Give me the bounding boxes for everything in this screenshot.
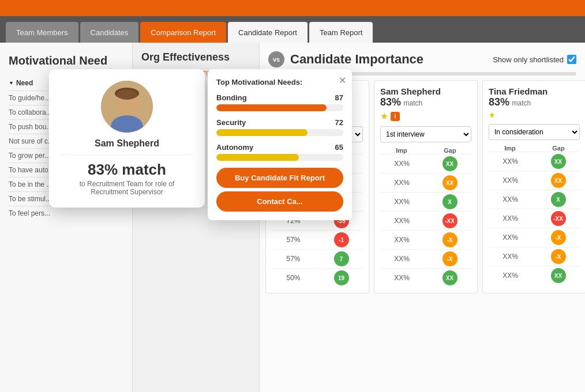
gap-badge-nadia-5: -1	[334, 232, 349, 247]
vs-header: vs Candidate Importance Show only shortl…	[260, 43, 585, 67]
gap-badge-tina-2: XX	[551, 173, 566, 188]
security-fill	[216, 129, 308, 136]
match-label-sam: match	[403, 99, 422, 107]
data-row-tina-4: XX% -XX	[489, 209, 580, 228]
svg-point-4	[117, 89, 137, 100]
gap-badge-sam-4: -XX	[442, 213, 457, 228]
gap-badge-tina-4: -XX	[551, 211, 566, 226]
gap-badge-tina-7: XX	[551, 268, 566, 283]
gap-badge-tina-6: -X	[551, 249, 566, 264]
gap-badge-sam-7: XX	[442, 270, 457, 285]
imp-tina-7: XX%	[489, 272, 532, 280]
gap-badge-sam-6: -X	[442, 251, 457, 266]
tab-comparison-report[interactable]: Comparison Report	[140, 22, 226, 43]
data-row-sam-1: XX% XX	[380, 154, 471, 173]
match-label-tina: match	[512, 99, 531, 107]
data-row-nadia-5: 57% -1	[272, 230, 363, 249]
imp-tina-5: XX%	[489, 233, 532, 242]
popup-match-sub: to Recruitment Team for role of Recruitm…	[61, 180, 193, 196]
data-row-tina-2: XX% XX	[489, 171, 580, 190]
gap-header-tina: Gap	[537, 145, 580, 152]
imp-tina-6: XX%	[489, 252, 532, 261]
gap-badge-sam-5: -X	[442, 232, 457, 247]
imp-sam-5: XX%	[380, 236, 423, 244]
info-icon-sam[interactable]: i	[391, 112, 400, 121]
imp-tina-4: XX%	[489, 214, 532, 223]
stars-row-sam: ★ i	[380, 111, 471, 122]
status-select-sam[interactable]: 1st interview In consideration Shortlist…	[380, 126, 471, 142]
tab-candidates[interactable]: Candidates	[80, 22, 139, 43]
partial-star-tina: ★	[489, 111, 496, 119]
data-row-tina-3: XX% X	[489, 190, 580, 209]
contact-candidate-button[interactable]: Contact Ca...	[216, 191, 343, 212]
imp-sam-2: XX%	[380, 179, 423, 187]
needs-close-button[interactable]: ✕	[339, 75, 346, 86]
bonding-label: Bonding 87	[216, 93, 343, 102]
gap-badge-nadia-7: 19	[334, 270, 349, 285]
imp-sam-3: XX%	[380, 198, 423, 206]
gap-badge-sam-1: XX	[442, 156, 457, 171]
data-row-tina-6: XX% -X	[489, 247, 580, 266]
imp-tina-1: XX%	[489, 157, 532, 165]
gap-badge-tina-3: X	[551, 192, 566, 207]
sam-shepherd-popup: Sam Shepherd 83% match to Recruitment Te…	[49, 69, 205, 208]
security-track	[216, 129, 343, 136]
imp-header-tina: Imp	[489, 145, 531, 152]
gap-badge-sam-2: XX	[442, 175, 457, 190]
candidate-match-sam: 83%	[380, 96, 401, 108]
imp-header-sam: Imp	[380, 147, 423, 154]
imp-tina-2: XX%	[489, 176, 532, 184]
imp-nadia-5: 57%	[272, 236, 315, 244]
data-row-nadia-7: 50% 19	[272, 268, 363, 287]
imp-sam-7: XX%	[380, 274, 423, 282]
imp-sam-1: XX%	[380, 160, 423, 168]
motivational-need-title: Motivational Need	[9, 54, 123, 67]
buy-candidate-fit-report-button[interactable]: Buy Candidate Fit Report	[216, 168, 343, 188]
autonomy-fill	[216, 154, 299, 161]
data-row-sam-7: XX% XX	[380, 268, 471, 287]
bonding-track	[216, 104, 343, 111]
imp-sam-6: XX%	[380, 255, 423, 263]
show-shortlisted-label: Show only shortlisted	[493, 55, 564, 64]
data-row-sam-2: XX% XX	[380, 173, 471, 192]
org-effectiveness-title: Org Effectiveness	[141, 51, 250, 63]
needs-popup-title: Top Motivational Needs:	[216, 78, 343, 86]
bonding-bar-row: Bonding 87	[216, 93, 343, 111]
top-bar	[0, 0, 585, 16]
autonomy-bar-row: Autonomy 65	[216, 143, 343, 161]
imp-sam-4: XX%	[380, 217, 423, 225]
data-row-tina-7: XX% XX	[489, 266, 580, 285]
tab-team-report[interactable]: Team Report	[309, 22, 373, 43]
motivational-needs-popup: ✕ Top Motivational Needs: Bonding 87 Sec…	[208, 69, 352, 220]
candidate-match-tina: 83%	[489, 96, 509, 108]
autonomy-label: Autonomy 65	[216, 143, 343, 152]
data-row-sam-6: XX% -X	[380, 249, 471, 268]
candidate-col-tina: Tina Friedman 83% match ★ In considerati…	[482, 80, 585, 293]
gap-badge-sam-3: X	[442, 194, 457, 209]
show-shortlisted-container: Show only shortlisted	[493, 55, 576, 64]
popup-match: 83% match	[61, 161, 193, 179]
popup-name: Sam Shepherd	[61, 138, 193, 149]
sam-avatar	[101, 81, 153, 133]
candidate-name-sam: Sam Shepherd	[380, 86, 471, 96]
imp-tina-3: XX%	[489, 195, 532, 203]
gap-header-sam: Gap	[429, 147, 471, 154]
security-bar-row: Security 72	[216, 118, 343, 136]
imp-nadia-6: 57%	[272, 255, 315, 263]
tab-team-members[interactable]: Team Members	[6, 22, 78, 43]
status-select-tina[interactable]: In consideration 1st interview Shortlist…	[489, 124, 580, 140]
security-label: Security 72	[216, 118, 343, 127]
popup-divider	[61, 154, 193, 155]
stars-row-tina: ★	[489, 111, 580, 119]
need-item-9: To feel pers...	[9, 206, 123, 220]
show-shortlisted-checkbox[interactable]	[567, 55, 576, 64]
tab-candidate-report[interactable]: Candidate Report	[228, 22, 308, 43]
data-row-tina-1: XX% XX	[489, 152, 580, 171]
data-row-sam-4: XX% -XX	[380, 211, 471, 230]
vs-badge: vs	[268, 51, 284, 67]
candidate-col-sam: Sam Shepherd 83% match ★ i 1st interview…	[374, 80, 478, 293]
tab-navigation: Team Members Candidates Comparison Repor…	[0, 16, 585, 43]
candidate-importance-title: Candidate Importance	[290, 52, 423, 67]
gap-badge-tina-1: XX	[551, 154, 566, 169]
candidate-name-tina: Tina Friedman	[489, 86, 580, 96]
